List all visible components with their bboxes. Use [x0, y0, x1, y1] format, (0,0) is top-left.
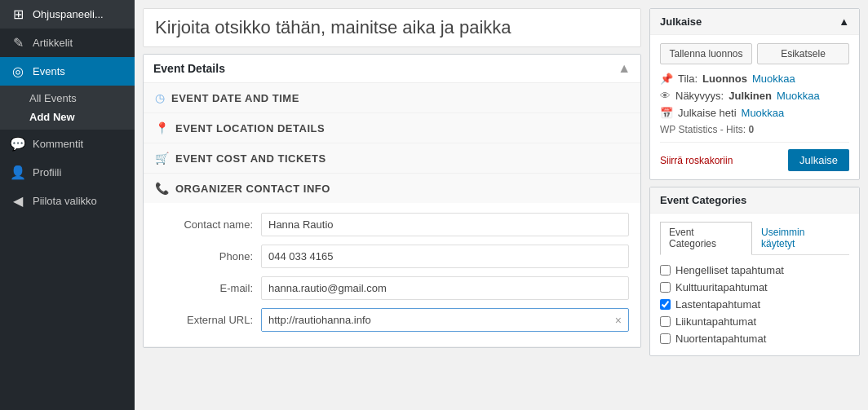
- sidebar-sub-all-events[interactable]: All Events: [29, 89, 135, 108]
- center-column: Event Details ▲ ◷ EVENT DATE AND TIME 📍 …: [143, 8, 641, 402]
- publish-date-label: Julkaise heti: [678, 107, 737, 119]
- status-row: 📌 Tila: Luonnos Muokkaa: [660, 73, 849, 85]
- save-draft-button[interactable]: Tallenna luonnos: [660, 43, 752, 64]
- email-input[interactable]: [261, 276, 629, 300]
- sidebar-item-label: Artikkelit: [33, 37, 73, 49]
- sidebar-item-profile[interactable]: 👤 Profiili: [0, 158, 135, 187]
- publish-buttons-row: Tallenna luonnos Esikatsele: [660, 43, 849, 64]
- categories-box-header: Event Categories: [650, 187, 859, 214]
- contact-name-label: Contact name:: [155, 218, 253, 231]
- event-details-toggle[interactable]: ▲: [618, 61, 631, 76]
- cost-tickets-icon: 🛒: [155, 152, 169, 165]
- post-title-input[interactable]: [143, 8, 641, 47]
- organizer-form: Contact name: Phone: E-mail: Extern: [144, 203, 640, 347]
- stats-label: WP Statistics - Hits:: [660, 124, 746, 135]
- external-url-label: External URL:: [155, 314, 253, 326]
- sidebar-item-comments[interactable]: 💬 Kommentit: [0, 130, 135, 158]
- section-cost-tickets[interactable]: 🛒 EVENT COST AND TICKETS: [144, 143, 640, 174]
- sidebar-item-articles[interactable]: ✎ Artikkelit: [0, 29, 135, 57]
- category-label-heng: Hengelliset tapahtumat: [675, 264, 784, 276]
- category-checkbox-kult[interactable]: [660, 282, 671, 293]
- visibility-value: Julkinen: [728, 90, 772, 102]
- publish-box: Julkaise ▲ Tallenna luonnos Esikatsele 📌…: [649, 8, 860, 180]
- publish-toggle-icon[interactable]: ▲: [839, 15, 849, 28]
- sidebar-item-label: Piilota valikko: [33, 195, 97, 207]
- categories-box: Event Categories Event Categories Useimm…: [649, 187, 860, 356]
- events-icon: ◎: [10, 64, 26, 79]
- sidebar-item-events[interactable]: ◎ Events: [0, 57, 135, 86]
- category-label-last: Lastentapahtumat: [675, 298, 760, 311]
- phone-input[interactable]: [261, 245, 629, 268]
- category-checkbox-nuor[interactable]: [660, 333, 671, 344]
- categories-box-body: Event Categories Useimmin käytetyt Henge…: [650, 214, 859, 355]
- right-column: Julkaise ▲ Tallenna luonnos Esikatsele 📌…: [649, 8, 860, 402]
- section-organizer[interactable]: 📞 ORGANIZER CONTACT INFO: [144, 174, 640, 203]
- list-item: Liikuntapahtumat: [660, 313, 849, 330]
- publish-date-icon: 📅: [660, 107, 673, 119]
- list-item: Nuortentapahtumat: [660, 330, 849, 347]
- external-url-wrapper: ×: [261, 308, 629, 332]
- publish-box-header: Julkaise ▲: [650, 9, 859, 35]
- publish-box-body: Tallenna luonnos Esikatsele 📌 Tila: Luon…: [650, 35, 859, 179]
- section-date-time[interactable]: ◷ EVENT DATE AND TIME: [144, 83, 640, 113]
- category-checkbox-liik[interactable]: [660, 316, 671, 327]
- sidebar-sub-add-new[interactable]: Add New: [29, 108, 135, 126]
- events-submenu: All Events Add New: [0, 86, 135, 130]
- status-edit-link[interactable]: Muokkaa: [752, 73, 795, 85]
- date-time-icon: ◷: [155, 91, 165, 104]
- publish-action-row: Siirrä roskakoriin Julkaise: [660, 149, 849, 171]
- external-url-clear-button[interactable]: ×: [609, 314, 628, 327]
- sidebar-item-label: Events: [33, 65, 65, 77]
- content-area: Event Details ▲ ◷ EVENT DATE AND TIME 📍 …: [135, 0, 868, 410]
- category-label-nuor: Nuortentapahtumat: [675, 333, 766, 345]
- phone-row: Phone:: [155, 245, 629, 268]
- visibility-icon: 👁: [660, 90, 671, 102]
- email-row: E-mail:: [155, 276, 629, 300]
- publish-date-row: 📅 Julkaise heti Muokkaa: [660, 107, 849, 119]
- articles-icon: ✎: [10, 35, 26, 51]
- external-url-row: External URL: ×: [155, 308, 629, 332]
- sidebar-item-dashboard[interactable]: ⊞ Ohjuspaneeli...: [0, 0, 135, 29]
- sidebar-item-hide-menu[interactable]: ◀ Piilota valikko: [0, 187, 135, 215]
- preview-button[interactable]: Esikatsele: [757, 43, 849, 64]
- email-label: E-mail:: [155, 282, 253, 294]
- profile-icon: 👤: [10, 165, 26, 180]
- categories-tabs: Event Categories Useimmin käytetyt: [660, 222, 849, 255]
- dashboard-icon: ⊞: [10, 7, 26, 22]
- publish-title: Julkaise: [660, 15, 702, 28]
- status-value: Luonnos: [702, 73, 747, 85]
- category-label-kult: Kulttuuritapahtumat: [675, 281, 768, 293]
- contact-name-row: Contact name:: [155, 213, 629, 236]
- location-label: EVENT LOCATION DETAILS: [175, 122, 325, 134]
- status-label: Tila:: [678, 73, 698, 85]
- event-details-body: ◷ EVENT DATE AND TIME 📍 EVENT LOCATION D…: [144, 83, 640, 347]
- comments-icon: 💬: [10, 136, 26, 152]
- external-url-input[interactable]: [262, 309, 609, 331]
- visibility-edit-link[interactable]: Muokkaa: [777, 90, 820, 102]
- stats-row: WP Statistics - Hits: 0: [660, 124, 849, 135]
- publish-divider: [660, 142, 849, 143]
- publish-date-edit-link[interactable]: Muokkaa: [742, 107, 785, 119]
- tab-recent-categories[interactable]: Useimmin käytetyt: [752, 222, 849, 254]
- list-item: Hengelliset tapahtumat: [660, 262, 849, 279]
- list-item: Kulttuuritapahtumat: [660, 279, 849, 296]
- section-location[interactable]: 📍 EVENT LOCATION DETAILS: [144, 113, 640, 143]
- category-label-liik: Liikuntapahtumat: [675, 315, 756, 328]
- categories-title: Event Categories: [660, 194, 746, 206]
- sidebar-item-label: Ohjuspaneeli...: [33, 8, 104, 20]
- stats-value: 0: [748, 124, 754, 135]
- sidebar: ⊞ Ohjuspaneeli... ✎ Artikkelit ◎ Events …: [0, 0, 135, 410]
- trash-link[interactable]: Siirrä roskakoriin: [660, 155, 733, 166]
- category-checkbox-last[interactable]: [660, 299, 671, 310]
- contact-name-input[interactable]: [261, 213, 629, 236]
- tab-all-categories[interactable]: Event Categories: [660, 222, 752, 255]
- main-content: Event Details ▲ ◷ EVENT DATE AND TIME 📍 …: [135, 0, 868, 410]
- organizer-label: ORGANIZER CONTACT INFO: [175, 183, 330, 195]
- organizer-icon: 📞: [155, 182, 169, 195]
- categories-list: Hengelliset tapahtumat Kulttuuritapahtum…: [660, 262, 849, 347]
- category-checkbox-heng[interactable]: [660, 265, 671, 276]
- sidebar-item-label: Profiili: [33, 166, 61, 179]
- event-details-box: Event Details ▲ ◷ EVENT DATE AND TIME 📍 …: [143, 54, 641, 348]
- publish-button[interactable]: Julkaise: [788, 149, 849, 171]
- date-time-label: EVENT DATE AND TIME: [171, 92, 299, 104]
